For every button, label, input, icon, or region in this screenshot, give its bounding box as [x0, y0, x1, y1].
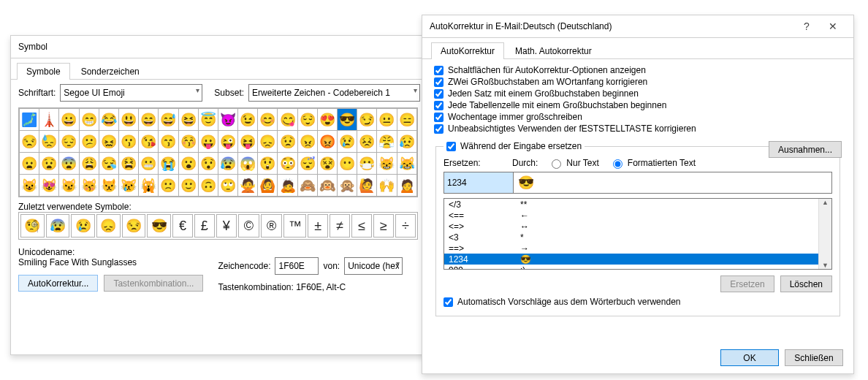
recent-cell[interactable]: 😢: [71, 214, 95, 238]
emoji-cell[interactable]: 😺: [20, 175, 39, 197]
emoji-cell[interactable]: 😍: [317, 109, 337, 131]
list-row[interactable]: 1234😎: [444, 254, 831, 265]
exceptions-button[interactable]: Ausnahmen...: [769, 141, 842, 158]
chk-dictionary[interactable]: Automatisch Vorschläge aus dem Wörterbuc…: [443, 297, 832, 307]
emoji-cell[interactable]: 🙅: [238, 175, 258, 197]
recent-cell[interactable]: ≤: [351, 214, 372, 238]
chk-table-cell[interactable]: Jede Tabellenzelle mit einem Großbuchsta…: [434, 100, 842, 110]
replace-input[interactable]: [443, 172, 513, 194]
recent-cell[interactable]: 😒: [122, 214, 146, 238]
recent-cell[interactable]: €: [172, 214, 193, 238]
emoji-cell[interactable]: 😓: [39, 131, 59, 153]
emoji-cell[interactable]: 😝: [238, 131, 258, 153]
recent-cell[interactable]: ≥: [373, 214, 394, 238]
chk-show-buttons[interactable]: Schaltflächen für AutoKorrektur-Optionen…: [434, 65, 842, 75]
emoji-cell[interactable]: 😽: [79, 175, 99, 197]
emoji-cell[interactable]: 😢: [338, 131, 357, 153]
radio-plain-text[interactable]: Nur Text: [548, 157, 598, 169]
emoji-cell[interactable]: 😞: [258, 131, 278, 153]
emoji-cell[interactable]: 🙉: [317, 175, 337, 197]
recent-cell[interactable]: ®: [261, 214, 282, 238]
emoji-cell[interactable]: 😸: [377, 153, 397, 175]
emoji-cell[interactable]: 😡: [317, 131, 337, 153]
emoji-cell[interactable]: 😷: [357, 153, 377, 175]
emoji-cell[interactable]: 😧: [39, 153, 59, 175]
emoji-cell[interactable]: 😑: [397, 109, 416, 131]
emoji-cell[interactable]: 🗾: [20, 109, 39, 131]
list-row[interactable]: ==>→: [444, 243, 831, 254]
emoji-cell[interactable]: 😌: [297, 109, 317, 131]
font-select[interactable]: [60, 84, 202, 102]
emoji-cell[interactable]: 😻: [39, 175, 59, 197]
recent-cell[interactable]: ©: [238, 214, 259, 238]
chk-weekdays[interactable]: Wochentage immer großschreiben: [434, 112, 842, 122]
emoji-cell[interactable]: 😨: [59, 153, 79, 175]
emoji-cell[interactable]: 😘: [139, 131, 159, 153]
emoji-cell[interactable]: 😏: [357, 109, 377, 131]
emoji-cell[interactable]: 🙀: [139, 175, 159, 197]
emoji-cell[interactable]: 😯: [198, 153, 218, 175]
emoji-cell[interactable]: 😙: [159, 131, 178, 153]
emoji-cell[interactable]: 😉: [238, 109, 258, 131]
emoji-cell[interactable]: 😕: [79, 131, 99, 153]
emoji-cell[interactable]: 🙁: [159, 175, 178, 197]
scrollbar[interactable]: ▲▼: [818, 199, 831, 269]
emoji-cell[interactable]: 😁: [79, 109, 99, 131]
recent-cell[interactable]: £: [194, 214, 215, 238]
emoji-cell[interactable]: 😛: [198, 131, 218, 153]
emoji-cell[interactable]: 🙌: [377, 175, 397, 197]
emoji-cell[interactable]: 😈: [218, 109, 237, 131]
emoji-cell[interactable]: 😒: [20, 131, 39, 153]
emoji-cell[interactable]: 🙊: [338, 175, 357, 197]
emoji-cell[interactable]: 😀: [59, 109, 79, 131]
delete-button[interactable]: Löschen: [780, 276, 832, 292]
recent-cell[interactable]: 🧐: [20, 214, 45, 238]
emoji-cell[interactable]: 😜: [218, 131, 237, 153]
emoji-cell[interactable]: 😳: [278, 153, 297, 175]
tab-symbole[interactable]: Symbole: [17, 63, 70, 80]
code-input[interactable]: [275, 257, 319, 275]
shortcut-button[interactable]: Tastenkombination...: [104, 275, 203, 292]
recent-cell[interactable]: ¥: [216, 214, 237, 238]
recent-cell[interactable]: 😞: [96, 214, 121, 238]
recent-cell[interactable]: ÷: [395, 214, 416, 238]
emoji-cell[interactable]: 😭: [159, 153, 178, 175]
chk-replace-while-typing[interactable]: Während der Eingabe ersetzen: [446, 141, 582, 151]
chk-sentence[interactable]: Jeden Satz mit einem Großbuchstaben begi…: [434, 88, 842, 99]
emoji-cell[interactable]: 😿: [118, 175, 138, 197]
chk-capslock[interactable]: Unbeabsichtigtes Verwenden der fESTSTELL…: [434, 123, 842, 134]
close-icon[interactable]: ✕: [820, 16, 846, 37]
close-button[interactable]: Schließen: [785, 349, 843, 366]
ok-button[interactable]: OK: [720, 349, 779, 366]
emoji-cell[interactable]: 😟: [278, 131, 297, 153]
emoji-cell[interactable]: 😅: [159, 109, 178, 131]
emoji-cell[interactable]: 😲: [258, 153, 278, 175]
emoji-cell[interactable]: 😹: [397, 153, 416, 175]
recent-cell[interactable]: ±: [308, 214, 328, 238]
recent-cell[interactable]: 😎: [147, 214, 171, 238]
emoji-cell[interactable]: 😥: [397, 131, 416, 153]
list-row[interactable]: <==←: [444, 210, 831, 221]
emoji-cell[interactable]: 😴: [297, 153, 317, 175]
emoji-cell[interactable]: 😋: [278, 109, 297, 131]
help-button[interactable]: ?: [793, 16, 820, 37]
emoji-cell[interactable]: 😄: [139, 109, 159, 131]
replace-button[interactable]: Ersetzen: [720, 276, 774, 292]
emoji-cell[interactable]: 😮: [178, 153, 198, 175]
recent-cell[interactable]: 😰: [46, 214, 70, 238]
emoji-cell[interactable]: 😰: [218, 153, 237, 175]
emoji-cell[interactable]: 🙋: [357, 175, 377, 197]
with-box[interactable]: 😎: [513, 172, 832, 194]
emoji-cell[interactable]: 😩: [79, 153, 99, 175]
emoji-cell[interactable]: 🙂: [178, 175, 198, 197]
emoji-cell[interactable]: 😵: [317, 153, 337, 175]
emoji-cell[interactable]: 🙄: [218, 175, 237, 197]
emoji-cell[interactable]: 😖: [99, 131, 118, 153]
emoji-cell[interactable]: 😶: [338, 153, 357, 175]
recent-cell[interactable]: ≠: [330, 214, 350, 238]
emoji-cell[interactable]: 😂: [99, 109, 118, 131]
list-row[interactable]: </3**: [444, 199, 831, 210]
radio-formatted-text[interactable]: Formatierten Text: [609, 157, 696, 169]
emoji-cell[interactable]: 🙃: [198, 175, 218, 197]
from-select[interactable]: [344, 257, 403, 275]
